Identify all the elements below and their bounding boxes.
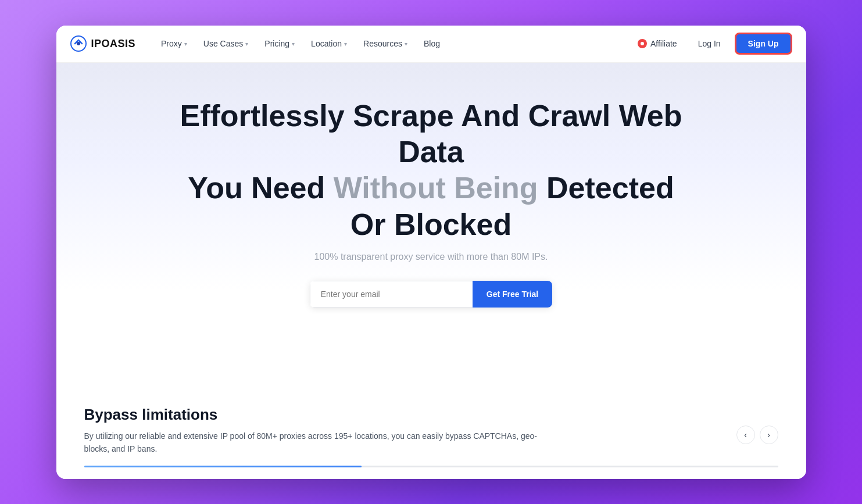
hero-subtitle: 100% transparent proxy service with more… bbox=[314, 252, 548, 262]
affiliate-dot-icon bbox=[638, 39, 647, 48]
nav-pricing[interactable]: Pricing ▾ bbox=[257, 34, 302, 53]
bypass-description: By utilizing our reliable and extensive … bbox=[84, 430, 549, 456]
logo-icon bbox=[70, 35, 87, 52]
pricing-chevron-icon: ▾ bbox=[292, 41, 295, 47]
hero-section: Effortlessly Scrape And Crawl Web Data Y… bbox=[56, 63, 806, 387]
use-cases-chevron-icon: ▾ bbox=[245, 41, 248, 47]
logo[interactable]: IPOASIS bbox=[70, 35, 136, 52]
proxy-chevron-icon: ▾ bbox=[184, 41, 187, 47]
resources-chevron-icon: ▾ bbox=[405, 41, 407, 47]
nav-use-cases[interactable]: Use Cases ▾ bbox=[196, 34, 255, 53]
login-button[interactable]: Log In bbox=[689, 34, 730, 53]
nav-links: Proxy ▾ Use Cases ▾ Pricing ▾ Location ▾… bbox=[154, 34, 631, 53]
nav-affiliate[interactable]: Affiliate bbox=[631, 34, 684, 53]
nav-proxy[interactable]: Proxy ▾ bbox=[154, 34, 194, 53]
carousel-prev-button[interactable]: ‹ bbox=[736, 426, 755, 444]
carousel-controls: ‹ › bbox=[736, 426, 778, 444]
email-form: Get Free Trial bbox=[310, 281, 552, 308]
progress-bar-fill bbox=[84, 466, 362, 467]
navbar: IPOASIS Proxy ▾ Use Cases ▾ Pricing ▾ Lo… bbox=[56, 26, 806, 63]
svg-point-1 bbox=[77, 42, 80, 45]
browser-window: IPOASIS Proxy ▾ Use Cases ▾ Pricing ▾ Lo… bbox=[56, 26, 806, 479]
hero-title: Effortlessly Scrape And Crawl Web Data Y… bbox=[170, 98, 693, 243]
trial-button[interactable]: Get Free Trial bbox=[473, 281, 552, 308]
nav-blog[interactable]: Blog bbox=[417, 34, 447, 53]
carousel-next-button[interactable]: › bbox=[760, 426, 778, 444]
location-chevron-icon: ▾ bbox=[344, 41, 347, 47]
logo-text: IPOASIS bbox=[91, 38, 136, 50]
bottom-section: Bypass limitations By utilizing our reli… bbox=[56, 387, 806, 479]
nav-location[interactable]: Location ▾ bbox=[304, 34, 354, 53]
email-input[interactable] bbox=[310, 281, 473, 308]
signup-button[interactable]: Sign Up bbox=[735, 33, 792, 55]
progress-bar bbox=[84, 466, 778, 467]
nav-right: Affiliate Log In Sign Up bbox=[631, 33, 792, 55]
bypass-title: Bypass limitations bbox=[84, 406, 778, 424]
nav-resources[interactable]: Resources ▾ bbox=[356, 34, 414, 53]
